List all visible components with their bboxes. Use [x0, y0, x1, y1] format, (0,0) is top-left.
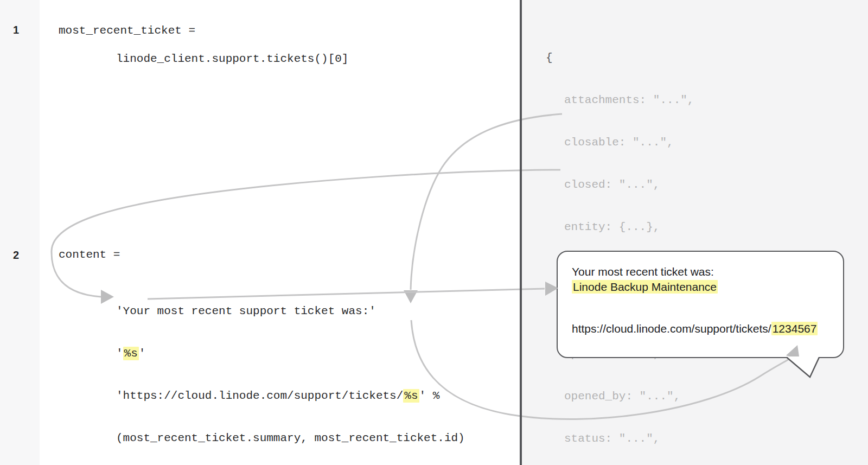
- line-number-gutter: [0, 0, 40, 465]
- json-line-entity: entity: {...},: [546, 220, 819, 234]
- panel-divider: [520, 0, 522, 465]
- quote: ': [139, 347, 146, 360]
- line-number-2: 2: [13, 249, 35, 262]
- code-stmt2-body: 'Your most recent support ticket was:' '…: [116, 276, 465, 465]
- code-stmt1-rhs: linode_client.support.tickets()[0]: [116, 52, 348, 66]
- output-line-2: Linode Backup Maintenance: [572, 279, 818, 295]
- line-number-1: 1: [13, 24, 35, 36]
- code-annotation-diagram: 1 2 most_recent_ticket = linode_client.s…: [0, 0, 868, 465]
- code-string-1: 'Your most recent support ticket was:': [116, 304, 465, 319]
- format-operator: ' %: [419, 390, 440, 402]
- output-id-highlight: 1234567: [771, 322, 818, 335]
- output-url-text: https://cloud.linode.com/support/tickets…: [572, 322, 771, 335]
- arrowhead-right-icon: [101, 290, 114, 304]
- json-open-brace: {: [546, 51, 819, 65]
- code-string-3: 'https://cloud.linode.com/support/ticket…: [116, 389, 465, 403]
- url-string: 'https://cloud.linode.com/support/ticket…: [116, 390, 403, 402]
- output-url-line: https://cloud.linode.com/support/tickets…: [572, 321, 818, 336]
- json-line-attachments: attachments: "...",: [546, 93, 819, 107]
- code-tuple: (most_recent_ticket.summary, most_recent…: [116, 431, 465, 445]
- code-stmt2-lhs: content =: [59, 248, 120, 262]
- ticket-json-object: { attachments: "...", closable: "...", c…: [546, 23, 819, 465]
- id-placeholder-highlight: %s: [403, 389, 419, 403]
- output-bubble: Your most recent ticket was: Linode Back…: [557, 251, 844, 358]
- json-line-status: status: "...",: [546, 432, 819, 446]
- code-stmt1-lhs: most_recent_ticket =: [59, 24, 195, 38]
- json-line-closable: closable: "...",: [546, 136, 819, 150]
- output-bubble-text: Your most recent ticket was: Linode Back…: [572, 264, 818, 336]
- code-string-2: '%s': [116, 347, 465, 361]
- quote: ': [116, 347, 123, 360]
- output-summary-highlight: Linode Backup Maintenance: [572, 280, 718, 294]
- summary-placeholder-highlight: %s: [123, 347, 139, 360]
- json-line-opened-by: opened_by: "...",: [546, 390, 819, 404]
- json-line-closed: closed: "...",: [546, 178, 819, 192]
- output-line-1: Your most recent ticket was:: [572, 264, 818, 279]
